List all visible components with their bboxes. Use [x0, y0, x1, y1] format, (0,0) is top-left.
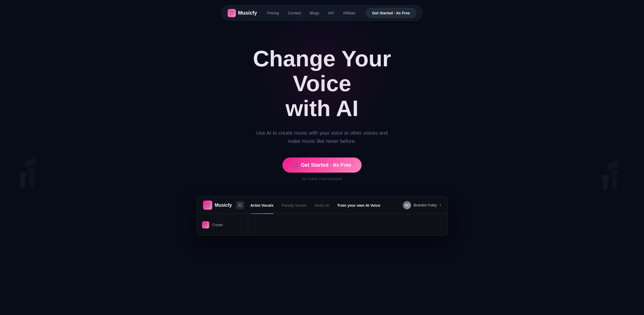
svg-point-7	[610, 170, 618, 175]
avatar: BF	[403, 201, 411, 209]
logo-text: Musicfy	[238, 10, 257, 16]
nav-cta-button[interactable]: Get Started - Its Free	[366, 8, 416, 18]
svg-point-2	[19, 172, 27, 177]
svg-rect-1	[29, 170, 34, 187]
app-logo-icon: 🎵	[203, 201, 212, 210]
create-icon: 🎵	[202, 221, 209, 228]
hero-subtitle: Use AI to create music with your voice o…	[256, 129, 389, 145]
app-logo: 🎵 Musicfy	[203, 201, 232, 210]
no-credit-card-text: No Credit Card Required	[302, 177, 342, 181]
app-window: 🎵 Musicfy Artist Vocals Parody Vocals Mu…	[197, 196, 448, 236]
nav-link-blogs[interactable]: Blogs	[308, 10, 321, 16]
navbar: 🎵 Musicfy Pricing • Contact • Blogs • AP…	[0, 0, 644, 26]
app-preview: 🎵 Musicfy Artist Vocals Parody Vocals Mu…	[0, 196, 644, 246]
sidebar-item-create[interactable]: 🎵 Create	[197, 218, 248, 232]
svg-rect-5	[612, 172, 617, 190]
app-sidebar: 🎵 Create	[197, 214, 248, 236]
navbar-inner: 🎵 Musicfy Pricing • Contact • Blogs • AP…	[221, 5, 423, 21]
menu-icon[interactable]	[236, 201, 244, 209]
svg-rect-0	[20, 175, 25, 187]
tab-music-ai[interactable]: Music AI	[314, 201, 329, 209]
nav-link-api[interactable]: API	[326, 10, 336, 16]
app-header: 🎵 Musicfy Artist Vocals Parody Vocals Mu…	[197, 196, 447, 214]
tab-parody-vocals[interactable]: Parody Vocals	[282, 201, 306, 209]
nav-dot-2: •	[305, 12, 305, 14]
tab-train-voice[interactable]: Train your own AI Voice	[337, 201, 380, 209]
hero-cta-button[interactable]: 🎵 Get Started - Its Free	[282, 158, 362, 173]
svg-point-6	[601, 175, 609, 180]
nav-link-affiliate[interactable]: Affiliate	[341, 10, 357, 16]
sidebar-item-label: Create	[212, 223, 223, 227]
nav-link-pricing[interactable]: Pricing	[265, 10, 281, 16]
note-right	[598, 157, 629, 194]
nav-dot-3: •	[323, 12, 324, 14]
tab-artist-vocals[interactable]: Artist Vocals	[250, 201, 274, 209]
app-body: 🎵 Create	[197, 214, 447, 236]
app-logo-text: Musicfy	[215, 203, 232, 208]
hero-title: Change Your Voice with AI	[233, 46, 412, 121]
nav-link-contact[interactable]: Contact	[286, 10, 303, 16]
app-tabs: Artist Vocals Parody Vocals Music AI Tra…	[248, 201, 399, 209]
app-content	[248, 214, 447, 236]
nav-dot-1: •	[283, 12, 284, 14]
svg-rect-4	[603, 177, 608, 190]
logo-icon: 🎵	[228, 9, 236, 17]
username: Brandon Foley	[414, 203, 437, 207]
hero-section: Change Your Voice with AI Use AI to crea…	[0, 26, 644, 196]
svg-point-3	[28, 167, 36, 172]
app-user-area[interactable]: BF Brandon Foley ▾	[403, 201, 441, 209]
nav-dot-4: •	[338, 12, 339, 14]
hero-cta-icon: 🎵	[293, 162, 298, 168]
note-left	[15, 154, 46, 191]
chevron-down-icon: ▾	[440, 203, 441, 207]
nav-links: Pricing • Contact • Blogs • API • Affili…	[265, 10, 358, 16]
logo-area: 🎵 Musicfy	[228, 9, 257, 17]
